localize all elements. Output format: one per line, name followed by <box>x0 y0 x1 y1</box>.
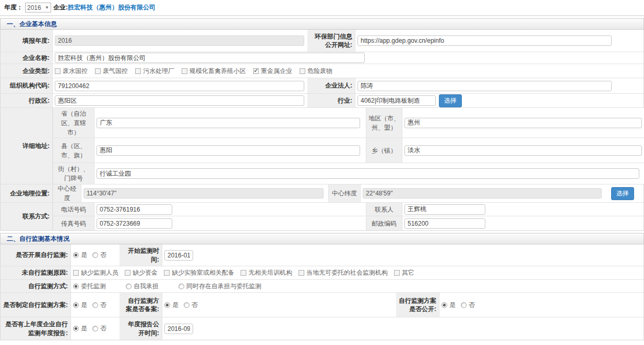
type-option-heavy-metal[interactable]: 重金属企业 <box>253 67 292 76</box>
reason-option-other[interactable]: 其它 <box>394 268 414 277</box>
plan-yes-radio[interactable]: 是 <box>73 301 87 310</box>
plan-public-yes-radio[interactable]: 是 <box>442 301 456 310</box>
type-option-wastewater[interactable]: 废水国控 <box>55 67 88 76</box>
table-row: 企业名称: <box>1 52 643 64</box>
zip-label: 邮政编码 <box>366 216 402 230</box>
street-input[interactable] <box>97 168 639 179</box>
company-name-input[interactable] <box>55 53 365 63</box>
type-option-sewage-plant[interactable]: 污水处理厂 <box>135 67 174 76</box>
fax-input[interactable] <box>97 218 172 229</box>
table-row: 填报年度: 环保部门信息公开网址: <box>1 30 643 52</box>
reason-option-no-staff[interactable]: 缺少监测人员 <box>73 268 118 277</box>
table-row: 是否有上年度企业自行监测年度报告: 是 否 年度报告公开时间: <box>1 317 643 340</box>
table-row: 企业类型: 废水国控 废气国控 污水处理厂 规模化畜禽养殖小区 重金属企业 危险… <box>1 64 643 78</box>
zip-input[interactable] <box>404 218 485 229</box>
company-name-link[interactable]: 胜宏科技（惠州）股份有限公司 <box>68 3 156 12</box>
plan-filed-no-radio[interactable]: 否 <box>184 301 198 310</box>
table-row: 省（自治区、直辖市） 地区（市、州、盟） <box>53 108 644 138</box>
plan-public-no-radio[interactable]: 否 <box>461 301 475 310</box>
mode-option-commissioned[interactable]: 委托监测 <box>73 282 106 291</box>
longitude-input[interactable] <box>84 188 324 199</box>
town-input[interactable] <box>404 145 642 156</box>
checkbox-icon[interactable] <box>55 68 61 74</box>
table-row: 企业地理位置: 中心经度 中心纬度 选择 <box>1 184 643 203</box>
reason-option-no-agency[interactable]: 当地无可委托的社会监测机构 <box>299 268 388 277</box>
annual-no-radio[interactable]: 否 <box>92 324 106 333</box>
phone-input[interactable] <box>97 204 172 215</box>
checkbox-icon[interactable] <box>253 68 259 74</box>
checkbox-icon[interactable] <box>241 270 246 276</box>
conduct-no-radio[interactable]: 否 <box>92 251 106 260</box>
latitude-input[interactable] <box>363 188 602 199</box>
no-monitoring-reason-options: 缺少监测人员 缺少资金 缺少实验室或相关配备 无相关培训机构 当地无可委托的社会… <box>71 266 643 279</box>
conduct-yes-radio[interactable]: 是 <box>73 251 87 260</box>
start-time-cell <box>162 244 643 266</box>
radio-icon[interactable] <box>461 302 467 308</box>
contact-person-input[interactable] <box>404 204 485 215</box>
plan-filed-yes-radio[interactable]: 是 <box>164 301 178 310</box>
table-row: 行政区: 行业: 选择 <box>1 94 643 108</box>
company-label: 企业: <box>53 3 68 12</box>
radio-icon[interactable] <box>178 284 184 289</box>
legal-person-input[interactable] <box>357 81 612 91</box>
table-row: 未自行监测原因: 缺少监测人员 缺少资金 缺少实验室或相关配备 无相关培训机构 … <box>1 266 643 280</box>
mode-option-both[interactable]: 同时存在自承担与委托监测 <box>178 282 261 291</box>
checkbox-icon[interactable] <box>125 270 130 276</box>
type-option-wastegas[interactable]: 废气国控 <box>95 67 128 76</box>
type-option-livestock[interactable]: 规模化畜禽养殖小区 <box>182 67 246 76</box>
plan-no-radio[interactable]: 否 <box>92 301 106 310</box>
company-type-options: 废水国控 废气国控 污水处理厂 规模化畜禽养殖小区 重金属企业 危险废物 <box>53 64 643 78</box>
chevron-down-icon: ▼ <box>45 5 49 10</box>
report-time-input[interactable] <box>164 324 193 334</box>
radio-icon[interactable] <box>92 326 98 331</box>
province-input[interactable] <box>97 118 360 128</box>
reason-option-no-funds[interactable]: 缺少资金 <box>125 268 158 277</box>
env-url-input[interactable] <box>357 35 612 46</box>
checkbox-icon[interactable] <box>135 68 141 74</box>
top-bar: 年度： 2016 ▼ 企业: 胜宏科技（惠州）股份有限公司 <box>0 0 644 16</box>
city-label: 地区（市、州、盟） <box>366 108 402 138</box>
checkbox-icon[interactable] <box>164 270 170 276</box>
radio-icon[interactable] <box>442 302 447 308</box>
radio-icon[interactable] <box>92 302 98 308</box>
city-input[interactable] <box>404 118 642 128</box>
reason-option-no-lab[interactable]: 缺少实验室或相关配备 <box>164 268 234 277</box>
industry-input[interactable] <box>357 95 436 106</box>
radio-icon[interactable] <box>73 302 79 308</box>
company-name-label: 企业名称: <box>1 52 53 64</box>
start-time-input[interactable] <box>164 250 193 261</box>
phone-label: 电话号码 <box>53 203 94 216</box>
checkbox-icon[interactable] <box>182 68 187 74</box>
geo-select-button[interactable]: 选择 <box>611 187 634 200</box>
radio-icon[interactable] <box>164 302 170 308</box>
checkbox-icon[interactable] <box>73 270 79 276</box>
radio-icon[interactable] <box>126 284 132 289</box>
district-cell <box>53 94 307 107</box>
radio-icon[interactable] <box>73 326 79 331</box>
reason-option-no-training[interactable]: 无相关培训机构 <box>241 268 292 277</box>
radio-icon[interactable] <box>92 252 98 258</box>
year-select-value: 2016 <box>27 4 41 11</box>
fill-year-input[interactable] <box>55 35 304 46</box>
industry-select-button[interactable]: 选择 <box>439 94 462 107</box>
org-code-input[interactable] <box>55 81 304 91</box>
annual-report-options: 是 否 <box>71 317 120 340</box>
radio-icon[interactable] <box>184 302 189 308</box>
checkbox-icon[interactable] <box>300 68 305 74</box>
mode-option-self[interactable]: 自我承担 <box>126 282 159 291</box>
checkbox-icon[interactable] <box>299 270 304 276</box>
checkbox-icon[interactable] <box>394 270 400 276</box>
monitoring-mode-options: 委托监测 自我承担 同时存在自承担与委托监测 <box>71 280 643 292</box>
type-option-hazardous-waste[interactable]: 危险废物 <box>300 67 332 76</box>
checkbox-icon[interactable] <box>95 68 101 74</box>
county-input[interactable] <box>97 145 360 156</box>
industry-cell: 选择 <box>355 94 643 107</box>
monitoring-mode-label: 自行监测方式: <box>1 280 71 292</box>
no-monitoring-reason-label: 未自行监测原因: <box>1 266 71 279</box>
year-select[interactable]: 2016 ▼ <box>25 3 51 13</box>
fax-label: 传真号码 <box>53 216 94 230</box>
radio-icon[interactable] <box>73 284 79 289</box>
annual-yes-radio[interactable]: 是 <box>73 324 87 333</box>
radio-icon[interactable] <box>73 252 79 258</box>
district-input[interactable] <box>55 95 304 106</box>
